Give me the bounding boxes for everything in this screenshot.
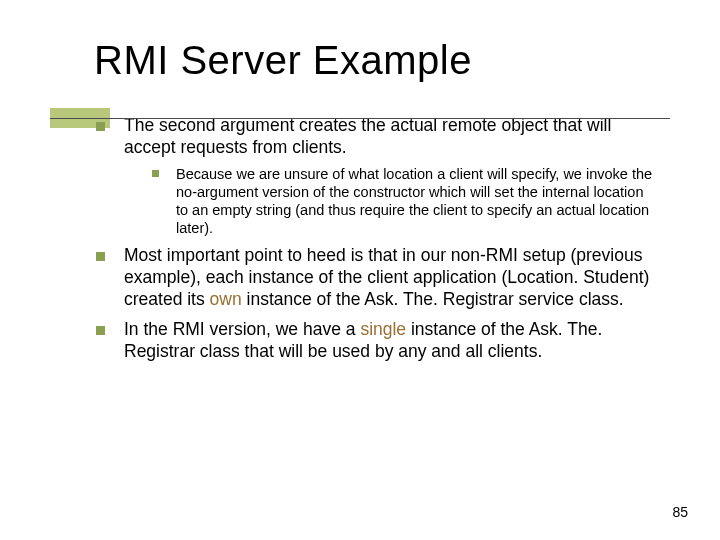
bullet-item-3: In the RMI version, we have a single ins… [96,319,658,363]
square-bullet-icon [152,170,159,177]
square-bullet-icon [96,122,105,131]
slide: RMI Server Example The second argument c… [0,0,720,540]
square-bullet-icon [96,326,105,335]
bullet-item-2: Most important point to heed is that in … [96,245,658,311]
highlight-text: own [210,289,242,309]
highlight-text: single [360,319,406,339]
bullet-list: The second argument creates the actual r… [96,115,658,363]
sub-bullet-item: Because we are unsure of what location a… [152,165,658,238]
bullet-text-part: In the RMI version, we have a [124,319,360,339]
sub-bullet-list: Because we are unsure of what location a… [124,165,658,238]
slide-title: RMI Server Example [94,38,720,83]
title-underline [50,118,670,119]
sub-bullet-text: Because we are unsure of what location a… [176,166,652,236]
title-area: RMI Server Example [0,0,720,83]
bullet-item-1: The second argument creates the actual r… [96,115,658,237]
page-number: 85 [672,504,688,520]
content-area: The second argument creates the actual r… [0,83,720,363]
bullet-text-part: instance of the Ask. The. Registrar serv… [242,289,624,309]
bullet-text: The second argument creates the actual r… [124,115,611,157]
square-bullet-icon [96,252,105,261]
